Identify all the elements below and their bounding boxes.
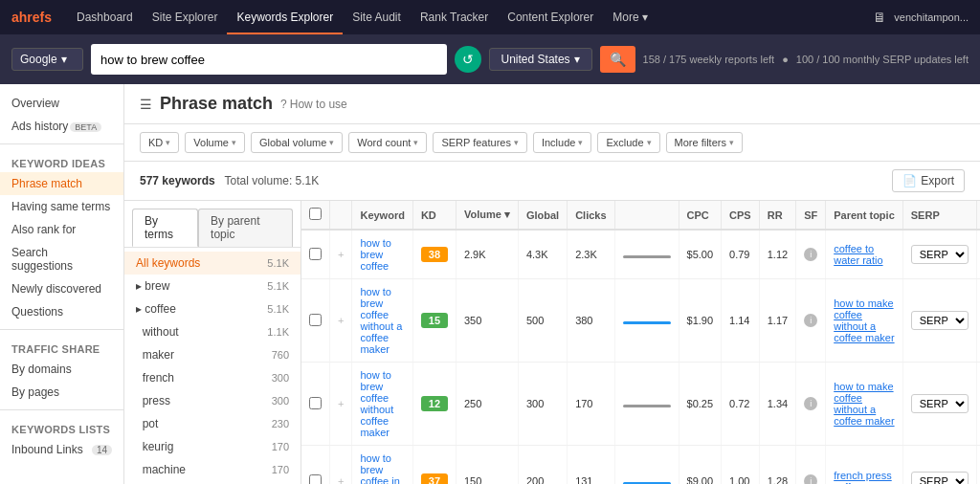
kf-item-keurig[interactable]: keurig 170	[124, 435, 301, 458]
parent-topic-link[interactable]: french press coffee	[834, 470, 892, 484]
parent-topic-link[interactable]: coffee to water ratio	[834, 243, 882, 266]
sf-info-icon[interactable]: i	[804, 248, 817, 261]
filter-exclude[interactable]: Exclude ▾	[597, 132, 659, 153]
nav-keywords-explorer[interactable]: Keywords Explorer	[227, 0, 343, 34]
sidebar-item-inbound-links[interactable]: Inbound Links 14	[0, 438, 123, 461]
sf-info-icon[interactable]: i	[804, 397, 817, 410]
export-button[interactable]: 📄 Export	[892, 169, 965, 192]
th-keyword[interactable]: Keyword	[352, 201, 412, 230]
th-volume[interactable]: Volume ▾	[456, 201, 518, 230]
row-checkbox[interactable]	[309, 474, 322, 485]
kf-item-french[interactable]: french 300	[124, 366, 301, 389]
row-checkbox-cell[interactable]	[301, 363, 330, 446]
row-kd: 38	[412, 230, 456, 279]
country-select[interactable]: United States ▾	[489, 48, 592, 71]
kf-item-without[interactable]: without 1.1K	[124, 320, 301, 343]
nav-site-audit[interactable]: Site Audit	[343, 0, 411, 34]
nav-more[interactable]: More ▾	[603, 0, 657, 34]
sidebar-item-having-same-terms[interactable]: Having same terms	[0, 195, 123, 218]
filter-kd[interactable]: KD ▾	[140, 132, 179, 153]
th-kd[interactable]: KD	[412, 201, 456, 230]
keyword-link[interactable]: how to brew coffee in a french press	[360, 452, 399, 484]
keyword-link[interactable]: how to brew coffee	[360, 237, 390, 272]
row-add-cell[interactable]: +	[330, 279, 352, 363]
sidebar-section-keywords-lists: Keywords lists	[0, 416, 123, 438]
kf-item-maker[interactable]: maker 760	[124, 343, 301, 366]
sidebar-divider-2	[0, 329, 123, 330]
sidebar-item-by-pages[interactable]: By pages	[0, 381, 123, 404]
sidebar-item-ads-history[interactable]: Ads historyBETA	[0, 115, 123, 138]
sidebar: Overview Ads historyBETA Keyword ideas P…	[0, 84, 124, 484]
sidebar-item-overview[interactable]: Overview	[0, 92, 123, 115]
row-volume: 250	[456, 363, 518, 446]
th-sf[interactable]: SF	[796, 201, 826, 230]
th-clicks[interactable]: Clicks	[568, 201, 614, 230]
how-to-use-link[interactable]: ? How to use	[280, 98, 347, 111]
filter-global-volume[interactable]: Global volume ▾	[251, 132, 343, 153]
row-volume: 350	[456, 279, 518, 363]
select-all-checkbox[interactable]	[309, 208, 322, 220]
serp-select[interactable]: SERP	[911, 311, 969, 330]
row-global: 4.3K	[518, 230, 567, 279]
nav-dashboard[interactable]: Dashboard	[67, 0, 143, 34]
nav-rank-tracker[interactable]: Rank Tracker	[411, 0, 498, 34]
th-cpc[interactable]: CPC	[679, 201, 722, 230]
nav-content-explorer[interactable]: Content Explorer	[498, 0, 603, 34]
filter-more[interactable]: More filters ▾	[666, 132, 743, 153]
th-checkbox[interactable]	[301, 201, 330, 230]
keyword-link[interactable]: how to brew coffee without a coffee make…	[360, 286, 402, 355]
tabs-row: By terms By parent topic	[124, 201, 301, 248]
search-button[interactable]: 🔍	[600, 46, 635, 73]
filter-include[interactable]: Include ▾	[533, 132, 591, 153]
row-checkbox-cell[interactable]	[301, 230, 330, 279]
nav-site-explorer[interactable]: Site Explorer	[143, 0, 228, 34]
kf-item-brew[interactable]: ▸ brew 5.1K	[124, 275, 301, 297]
sidebar-item-newly-discovered[interactable]: Newly discovered	[0, 277, 123, 300]
sf-info-icon[interactable]: i	[804, 314, 817, 327]
hamburger-icon[interactable]: ☰	[140, 97, 152, 112]
row-add-cell[interactable]: +	[330, 230, 352, 279]
user-name[interactable]: venchitampon...	[894, 11, 969, 23]
th-rr[interactable]: RR	[759, 201, 795, 230]
tab-by-terms[interactable]: By terms	[132, 209, 198, 247]
row-add-cell[interactable]: +	[330, 363, 352, 446]
kd-badge: 15	[421, 313, 448, 328]
serp-select[interactable]: SERP	[911, 394, 969, 413]
kf-item-press[interactable]: press 300	[124, 389, 301, 412]
search-input[interactable]	[91, 53, 447, 67]
sidebar-item-search-suggestions[interactable]: Search suggestions	[0, 241, 123, 277]
refresh-icon[interactable]: ↺	[455, 46, 481, 73]
row-rr: 1.28	[759, 446, 795, 485]
logo[interactable]: ahrefs	[11, 10, 52, 25]
th-cps[interactable]: CPS	[722, 201, 760, 230]
row-cpc: $1.90	[679, 279, 722, 363]
serp-select[interactable]: SERP	[911, 245, 969, 264]
sidebar-item-by-domains[interactable]: By domains	[0, 358, 123, 381]
row-checkbox[interactable]	[309, 314, 322, 326]
row-checkbox-cell[interactable]	[301, 279, 330, 363]
th-updated[interactable]: Updated	[976, 201, 980, 230]
filter-word-count[interactable]: Word count ▾	[348, 132, 427, 153]
kf-item-coffee[interactable]: ▸ coffee 5.1K	[124, 297, 301, 320]
sidebar-item-questions[interactable]: Questions	[0, 300, 123, 323]
sidebar-item-phrase-match[interactable]: Phrase match	[0, 172, 123, 195]
serp-select[interactable]: SERP	[911, 472, 969, 484]
kf-item-all[interactable]: All keywords 5.1K	[124, 252, 301, 275]
filter-volume[interactable]: Volume ▾	[185, 132, 245, 153]
row-checkbox[interactable]	[309, 397, 322, 409]
th-parent-topic[interactable]: Parent topic	[826, 201, 903, 230]
sf-info-icon[interactable]: i	[804, 474, 817, 484]
kf-item-machine[interactable]: machine 170	[124, 458, 301, 481]
keyword-link[interactable]: how to brew coffee without coffee maker	[360, 369, 393, 438]
kf-item-pot[interactable]: pot 230	[124, 412, 301, 435]
filter-serp-features[interactable]: SERP features ▾	[433, 132, 527, 153]
row-checkbox-cell[interactable]	[301, 446, 330, 485]
tab-by-parent-topic[interactable]: By parent topic	[198, 209, 293, 247]
th-global[interactable]: Global	[518, 201, 567, 230]
engine-select[interactable]: Google ▾	[11, 48, 83, 71]
row-checkbox[interactable]	[309, 248, 322, 260]
row-add-cell[interactable]: +	[330, 446, 352, 485]
sidebar-item-also-rank-for[interactable]: Also rank for	[0, 218, 123, 241]
parent-topic-link[interactable]: how to make coffee without a coffee make…	[834, 297, 894, 343]
parent-topic-link[interactable]: how to make coffee without a coffee make…	[834, 381, 894, 427]
